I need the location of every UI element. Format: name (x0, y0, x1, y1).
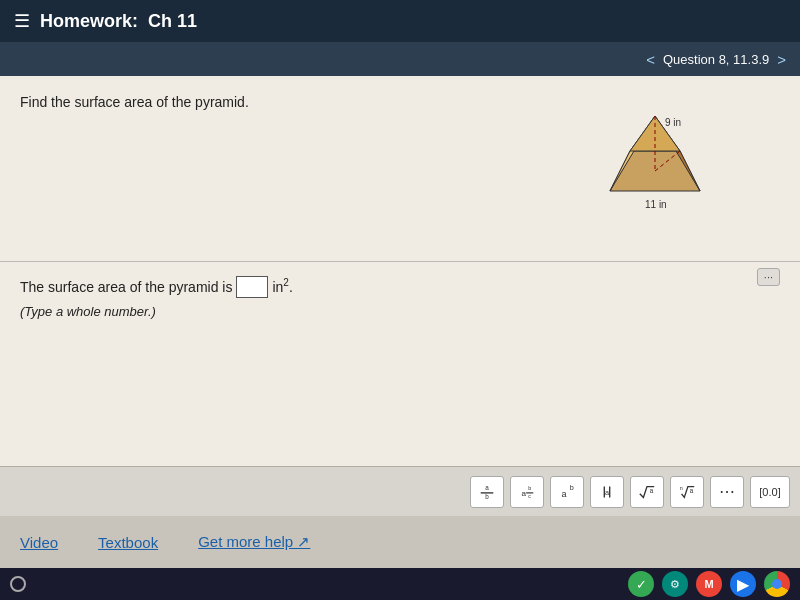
bottom-bar: Video Textbook Get more help ↗ (0, 516, 800, 568)
svg-text:n: n (680, 485, 683, 491)
section-divider (0, 261, 800, 262)
svg-text:b: b (528, 485, 531, 491)
chrome-icon[interactable] (764, 571, 790, 597)
answer-line: The surface area of the pyramid is in2. (20, 276, 780, 298)
gmail-icon[interactable]: M (696, 571, 722, 597)
taskbar-icons: ✓ ⚙ M ▶ (628, 571, 790, 597)
next-question-button[interactable]: > (777, 51, 786, 68)
chapter-label: Ch 11 (148, 11, 197, 31)
svg-text:a: a (522, 488, 527, 497)
check-icon[interactable]: ✓ (628, 571, 654, 597)
hamburger-icon[interactable]: ☰ (14, 10, 30, 32)
home-button[interactable] (10, 576, 26, 592)
answer-input[interactable] (236, 276, 268, 298)
svg-text:a: a (485, 484, 489, 491)
answer-section: The surface area of the pyramid is in2. … (20, 276, 780, 319)
dots-button[interactable]: ⋯ (710, 476, 744, 508)
svg-text:a: a (690, 486, 694, 493)
math-toolbar: ab abc ab a a na ⋯ [0.0] (0, 466, 800, 516)
app-icon-teal[interactable]: ⚙ (662, 571, 688, 597)
svg-text:11 in: 11 in (645, 199, 667, 210)
pyramid-diagram: 9 in 11 in (590, 96, 720, 216)
system-taskbar: ✓ ⚙ M ▶ (0, 568, 800, 600)
prev-question-button[interactable]: < (646, 51, 655, 68)
mixed-fraction-button[interactable]: abc (510, 476, 544, 508)
svg-text:a: a (562, 489, 567, 499)
svg-text:9 in: 9 in (665, 117, 681, 128)
abs-value-button[interactable]: a (590, 476, 624, 508)
top-bar-title: Homework: Ch 11 (40, 11, 197, 32)
fraction-button[interactable]: ab (470, 476, 504, 508)
play-icon[interactable]: ▶ (730, 571, 756, 597)
svg-text:b: b (485, 493, 489, 500)
main-content-area: Find the surface area of the pyramid. 9 … (0, 76, 800, 466)
video-link[interactable]: Video (20, 534, 58, 551)
hint-text: (Type a whole number.) (20, 304, 780, 319)
answer-pre-text: The surface area of the pyramid is (20, 279, 232, 295)
top-bar: ☰ Homework: Ch 11 (0, 0, 800, 42)
svg-text:c: c (528, 493, 531, 499)
question-nav-bar: < Question 8, 11.3.9 > (0, 42, 800, 76)
bracket-button[interactable]: [0.0] (750, 476, 790, 508)
sqrt-button[interactable]: a (630, 476, 664, 508)
superscript-button[interactable]: ab (550, 476, 584, 508)
textbook-link[interactable]: Textbook (98, 534, 158, 551)
help-link[interactable]: Get more help ↗ (198, 533, 310, 551)
answer-unit: in2. (272, 277, 292, 295)
homework-label: Homework: (40, 11, 138, 31)
svg-text:a: a (605, 487, 609, 496)
question-label: Question 8, 11.3.9 (663, 52, 769, 67)
svg-text:b: b (570, 483, 574, 492)
nth-root-button[interactable]: na (670, 476, 704, 508)
svg-text:a: a (650, 486, 654, 493)
